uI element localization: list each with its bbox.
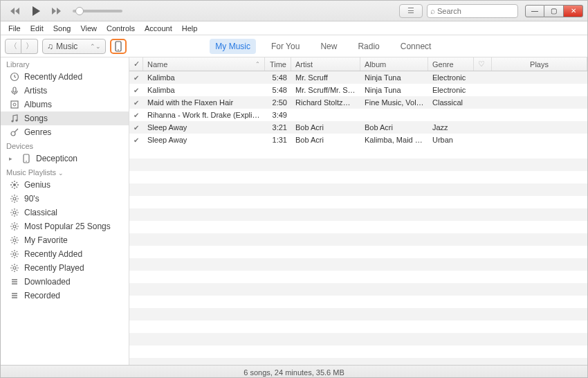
library-selector[interactable]: ♫Music ⌃⌄ <box>42 39 106 54</box>
device-icon <box>21 154 31 163</box>
menu-song[interactable]: Song <box>48 23 76 34</box>
menu-file[interactable]: File <box>3 23 26 34</box>
cell-time: 5:48 <box>265 86 291 94</box>
sidebar-item[interactable]: ▸Decepticon <box>1 152 129 165</box>
search-input[interactable] <box>437 7 515 15</box>
menu-edit[interactable]: Edit <box>26 23 48 34</box>
cell-time: 5:48 <box>265 73 291 82</box>
table-row[interactable]: ✔Sleep Away1:31Bob AcriKalimba, Maid wit… <box>129 134 587 146</box>
menu-view[interactable]: View <box>75 23 102 34</box>
sidebar-item-label: Songs <box>24 114 48 123</box>
list-icon <box>9 291 19 300</box>
tab-for-you[interactable]: For You <box>266 39 305 54</box>
cell-album: Bob Acri <box>360 123 428 132</box>
nav-forward-button[interactable]: 〉 <box>21 39 38 54</box>
sidebar-item[interactable]: My Favorite <box>1 233 129 247</box>
empty-stripes <box>129 146 587 365</box>
svg-point-16 <box>13 253 16 255</box>
sidebar-item[interactable]: Downloaded <box>1 275 129 289</box>
sidebar-item-label: My Favorite <box>24 235 68 245</box>
sidebar-item[interactable]: Artists <box>1 84 129 98</box>
sidebar-item[interactable]: Recorded <box>1 289 129 303</box>
sidebar-item-label: Recorded <box>24 291 60 300</box>
close-button[interactable]: ✕ <box>564 5 583 17</box>
gear-icon <box>9 263 19 273</box>
sidebar-item[interactable]: Recently Added <box>1 70 129 84</box>
previous-button[interactable] <box>6 3 24 19</box>
table-row[interactable]: ✔Maid with the Flaxen Hair2:50Richard St… <box>129 96 587 109</box>
menu-controls[interactable]: Controls <box>102 23 140 34</box>
row-checkbox[interactable]: ✔ <box>129 74 143 82</box>
cell-time: 1:31 <box>265 136 291 144</box>
cell-time: 3:21 <box>265 123 291 132</box>
table-row[interactable]: ✔Kalimba5:48Mr. ScruffNinja TunaElectron… <box>129 71 587 84</box>
table-row[interactable]: ✔Kalimba5:48Mr. Scruff/Mr. ScruffNinja T… <box>129 84 587 96</box>
gear-icon <box>9 208 19 217</box>
col-name-label: Name <box>147 60 167 69</box>
sidebar-item-label: 90's <box>24 194 39 204</box>
row-checkbox[interactable]: ✔ <box>129 136 143 144</box>
search-box[interactable]: ⌕ <box>427 4 518 18</box>
cell-album: Kalimba, Maid with... <box>360 136 428 144</box>
col-plays[interactable]: Plays <box>492 57 587 71</box>
col-name[interactable]: Name⌃ <box>143 57 265 71</box>
search-icon: ⌕ <box>430 6 435 16</box>
table-row[interactable]: ✔Sleep Away3:21Bob AcriBob AcriJazz <box>129 121 587 134</box>
sidebar-item[interactable]: Classical <box>1 206 129 219</box>
tab-connect[interactable]: Connect <box>395 39 437 54</box>
play-button[interactable] <box>27 3 45 19</box>
cell-album: Fine Music, Vol. 1 <box>360 98 428 107</box>
cell-time: 2:50 <box>265 98 291 107</box>
nav-back-button[interactable]: 〈 <box>5 39 21 54</box>
row-checkbox[interactable]: ✔ <box>129 99 143 107</box>
menu-account[interactable]: Account <box>140 23 177 34</box>
tab-my-music[interactable]: My Music <box>210 39 256 54</box>
cell-genre: Electronic <box>428 73 474 82</box>
sidebar-item[interactable]: Recently Played <box>1 261 129 275</box>
col-artist[interactable]: Artist <box>291 57 360 71</box>
device-button[interactable] <box>110 39 127 54</box>
maximize-button[interactable]: ▢ <box>544 5 564 17</box>
col-check[interactable]: ✓ <box>129 57 143 71</box>
table-row[interactable]: ✔Rihanna - Work ft. Drake (Explicit)3:49 <box>129 109 587 121</box>
status-bar: 6 songs, 24 minutes, 35.6 MB <box>1 365 587 378</box>
svg-point-13 <box>13 211 16 214</box>
row-checkbox[interactable]: ✔ <box>129 87 143 94</box>
gear-icon <box>9 235 19 245</box>
list-view-button[interactable]: ☰ <box>399 4 423 18</box>
sidebar-item[interactable]: Genres <box>1 125 129 139</box>
sidebar-item-label: Recently Added <box>24 249 82 259</box>
sidebar-item[interactable]: Genius <box>1 178 129 192</box>
row-checkbox[interactable]: ✔ <box>129 111 143 119</box>
table-header: ✓ Name⌃ Time Artist Album Genre ♡ Plays <box>129 57 587 71</box>
col-time[interactable]: Time <box>265 57 291 71</box>
tab-radio[interactable]: Radio <box>352 39 385 54</box>
clock-icon <box>9 72 19 82</box>
volume-knob[interactable] <box>75 7 84 15</box>
col-album[interactable]: Album <box>360 57 428 71</box>
sidebar-section-header: Music Playlists ⌄ <box>1 165 129 178</box>
cell-name: Kalimba <box>143 73 265 82</box>
sidebar-item[interactable]: 90's <box>1 192 129 206</box>
col-genre[interactable]: Genre <box>428 57 474 71</box>
cell-artist: Mr. Scruff <box>291 73 360 82</box>
svg-point-14 <box>13 225 16 228</box>
col-love[interactable]: ♡ <box>474 57 492 71</box>
sidebar-item[interactable]: Songs <box>1 111 129 125</box>
tab-new[interactable]: New <box>315 39 342 54</box>
menu-help[interactable]: Help <box>177 23 203 34</box>
note-icon <box>9 114 19 123</box>
disclosure-triangle-icon: ▸ <box>9 155 15 162</box>
sidebar-item[interactable]: Albums <box>1 98 129 111</box>
cell-name: Sleep Away <box>143 136 265 144</box>
sidebar-item[interactable]: Recently Added <box>1 247 129 261</box>
table-body: ✔Kalimba5:48Mr. ScruffNinja TunaElectron… <box>129 71 587 365</box>
sidebar-item[interactable]: Most Popular 25 Songs <box>1 219 129 233</box>
next-button[interactable] <box>48 3 66 19</box>
row-checkbox[interactable]: ✔ <box>129 124 143 132</box>
guitar-icon <box>9 127 19 137</box>
sort-asc-icon: ⌃ <box>255 61 260 67</box>
sidebar-section-header: Library <box>1 57 129 70</box>
minimize-button[interactable]: — <box>525 5 544 17</box>
volume-slider[interactable] <box>73 10 122 12</box>
